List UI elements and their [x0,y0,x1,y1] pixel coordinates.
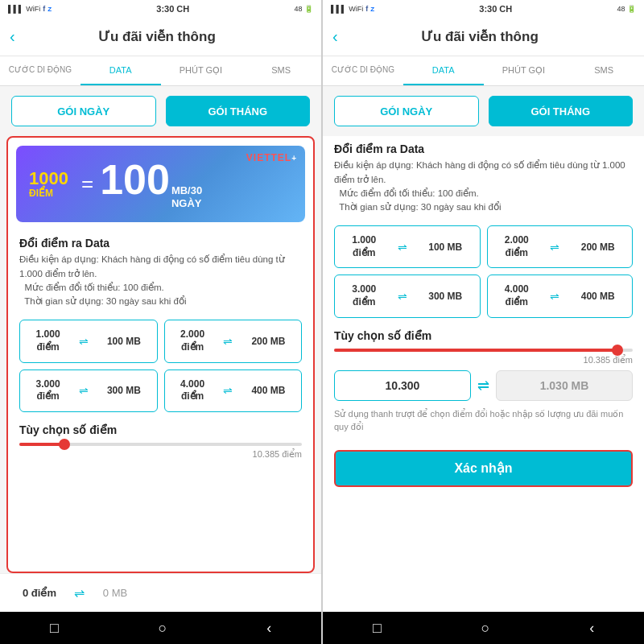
signal-strength: ▌▌▌ [8,5,23,13]
signal-icons-left: ▌▌▌ WiFi f Z [8,5,52,13]
list-item[interactable]: 4.000điểm ⇌ 400 MB [164,369,303,412]
custom-title-right: Tùy chọn số điểm [334,329,633,342]
banner-unit: MB/30NGÀY [171,184,202,209]
goi-ngay-btn-right[interactable]: GÓI NGÀY [334,96,479,126]
tab-data-right[interactable]: DATA [403,56,484,85]
custom-section-right: Tùy chọn số điểm 10.385 điểm 10.300 ⇌ 1.… [323,323,644,407]
exchange-icon: ⇌ [550,290,559,303]
fb-icon-right: f [365,5,368,13]
nav-bar-left: □ ○ ‹ [0,612,321,644]
list-item[interactable]: 4.000điểm ⇌ 400 MB [487,275,634,317]
banner-points-left: 1000 ĐIỂM [29,170,68,199]
nav-back-icon-left[interactable]: ‹ [266,620,271,637]
pkg-grid-left: 1.000điểm ⇌ 100 MB 2.000điểm ⇌ 200 MB 3.… [8,315,313,416]
wifi-icon: WiFi [26,5,40,13]
banner-equal: = [81,171,93,196]
content-left: VIETTEL+ 1000 ĐIỂM = 100 MB/30NGÀY Đổi đ… [6,136,315,573]
wifi-icon-right: WiFi [349,5,363,13]
slider-thumb-right[interactable] [612,345,623,356]
list-item[interactable]: 2.000điểm ⇌ 200 MB [487,225,634,268]
pkg-grid-right: 1.000điểm ⇌ 100 MB 2.000điểm ⇌ 200 MB 3.… [323,221,644,322]
left-phone: ▌▌▌ WiFi f Z 3:30 CH 48 🔋 ‹ Ưu đãi viễn … [0,0,321,644]
back-button-right[interactable]: ‹ [332,27,338,46]
hint-text-right: Sử dụng thanh trượt để chọn điểm đổi hoặ… [323,407,644,440]
banner-big-num: 100 [100,159,170,200]
tabs-left: CƯỚC DI ĐỘNG DATA PHÚT GỌI SMS [0,56,321,86]
slider-fill-left [19,443,62,446]
back-button-left[interactable]: ‹ [10,27,15,46]
mb-input-right: 1.030 MB [496,370,633,401]
custom-section-left: Tùy chọn số điểm 10.385 điểm [8,417,313,471]
banner-mb: 100 MB/30NGÀY [100,159,202,209]
bottom-mb-left: 0 MB [91,587,139,599]
section-desc-right: Điều kiện áp dụng: Khách hàng di động có… [323,159,644,221]
header-right: ‹ Ưu đãi viễn thông [323,18,644,56]
page-title-right: Ưu đãi viễn thông [345,28,615,45]
points-input-right[interactable]: 10.300 [334,370,471,401]
exchange-icon: ⇌ [550,241,559,254]
list-item[interactable]: 1.000điểm ⇌ 100 MB [334,225,481,268]
exchange-icon: ⇌ [79,384,89,397]
section-title-left: Đổi điểm ra Data [8,230,313,253]
tab-phut-goi-left[interactable]: PHÚT GỌI [161,56,242,85]
bottom-exchange-icon: ⇌ [74,585,85,601]
slider-fill-right [334,349,617,352]
content-right: Đổi điểm ra Data Điều kiện áp dụng: Khác… [323,136,644,612]
tabs-right: CƯỚC DI ĐỘNG DATA PHÚT GỌI SMS [323,56,644,86]
exchange-icon: ⇌ [398,290,407,303]
confirm-button-right[interactable]: Xác nhận [334,450,633,487]
time-left: 3:30 CH [156,4,189,14]
list-item[interactable]: 2.000điểm ⇌ 200 MB [164,320,303,362]
zalo-icon-right: Z [370,6,374,13]
goi-ngay-btn-left[interactable]: GÓI NGÀY [11,96,156,126]
pkg-type-row-left: GÓI NGÀY GÓI THÁNG [0,86,321,136]
goi-thang-btn-left[interactable]: GÓI THÁNG [166,96,311,126]
nav-home-icon-left[interactable]: ○ [159,620,167,637]
tab-cuoc-di-dong-left[interactable]: CƯỚC DI ĐỘNG [0,56,80,85]
list-item[interactable]: 3.000điểm ⇌ 300 MB [19,369,158,412]
nav-square-icon-right[interactable]: □ [373,620,382,637]
tab-sms-left[interactable]: SMS [241,56,321,85]
battery-left: 48 🔋 [294,5,313,13]
nav-home-icon-right[interactable]: ○ [481,620,490,637]
fb-icon: f [43,5,45,13]
nav-bar-right: □ ○ ‹ [323,612,644,644]
slider-track-left[interactable] [19,443,302,446]
exchange-icon: ⇌ [223,335,233,348]
exchange-icon: ⇌ [79,335,89,348]
pkg-type-row-right: GÓI NGÀY GÓI THÁNG [323,86,644,136]
bottom-points-left: 0 điểm [11,587,68,599]
time-right: 3:30 CH [479,4,512,14]
tab-data-left[interactable]: DATA [80,56,161,85]
tab-sms-right[interactable]: SMS [564,56,644,85]
banner-left: VIETTEL+ 1000 ĐIỂM = 100 MB/30NGÀY [16,146,305,222]
custom-title-left: Tùy chọn số điểm [19,423,302,436]
right-phone: ▌▌▌ WiFi f Z 3:30 CH 48 🔋 ‹ Ưu đãi viễn … [323,0,644,644]
exchange-icon: ⇌ [223,384,233,397]
status-bar-left: ▌▌▌ WiFi f Z 3:30 CH 48 🔋 [0,0,321,18]
page-title-left: Ưu đãi viễn thông [22,28,292,45]
slider-max-label-right: 10.385 điểm [334,355,633,365]
nav-square-icon-left[interactable]: □ [50,620,59,637]
viettel-logo-left: VIETTEL+ [246,152,297,163]
goi-thang-btn-right[interactable]: GÓI THÁNG [489,96,634,126]
banner-points-num: 1000 [29,170,68,188]
bottom-bar-left: 0 điểm ⇌ 0 MB [0,573,321,612]
list-item[interactable]: 1.000điểm ⇌ 100 MB [19,320,158,362]
header-left: ‹ Ưu đãi viễn thông [0,18,321,56]
section-title-right: Đổi điểm ra Data [323,136,644,159]
battery-right: 48 🔋 [617,5,636,13]
nav-back-icon-right[interactable]: ‹ [589,620,594,637]
slider-max-label-left: 10.385 điểm [19,449,302,460]
input-row-right: 10.300 ⇌ 1.030 MB [334,370,633,401]
tab-phut-goi-right[interactable]: PHÚT GỌI [484,56,564,85]
signal-strength-right: ▌▌▌ [331,5,346,13]
list-item[interactable]: 3.000điểm ⇌ 300 MB [334,275,481,317]
zalo-icon: Z [47,6,52,13]
slider-track-right[interactable] [334,349,633,352]
banner-points-label: ĐIỂM [29,188,53,199]
tab-cuoc-di-dong-right[interactable]: CƯỚC DI ĐỘNG [323,56,403,85]
status-bar-right: ▌▌▌ WiFi f Z 3:30 CH 48 🔋 [323,0,644,18]
signal-icons-right: ▌▌▌ WiFi f Z [331,5,374,13]
slider-thumb-left[interactable] [59,439,70,450]
